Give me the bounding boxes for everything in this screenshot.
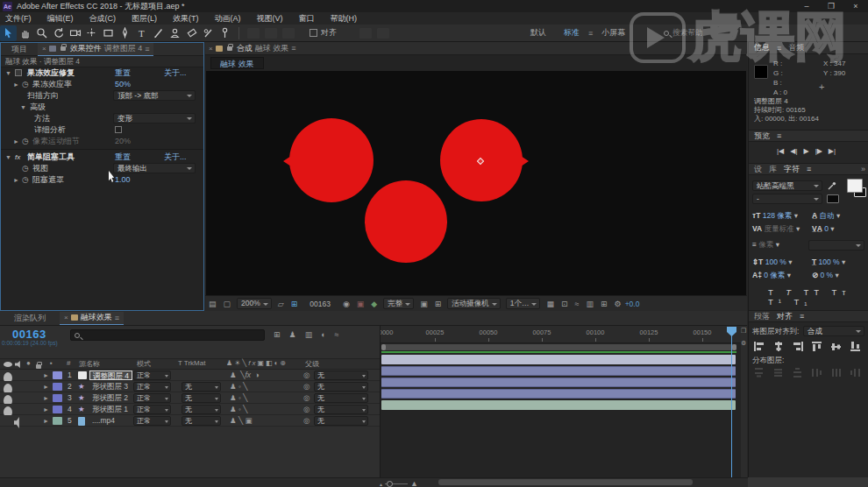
panel-menu-icon[interactable]: ≡ — [145, 45, 149, 53]
rotate-tool[interactable] — [50, 25, 67, 41]
parent-pickwhip-icon[interactable]: ◎ — [303, 370, 309, 381]
workspace-small-screen[interactable]: 小屏幕 — [601, 27, 625, 39]
align-top-icon[interactable] — [812, 342, 822, 351]
layer-color-swatch[interactable] — [53, 394, 62, 402]
pen-tool[interactable] — [117, 25, 133, 41]
roto-brush-tool[interactable] — [200, 25, 217, 41]
kerning-value[interactable]: 度量标准 — [765, 224, 794, 233]
font-family-dropdown[interactable]: 站酷高端黑 — [752, 180, 822, 191]
brush-tool[interactable] — [150, 25, 167, 41]
panel-menu-icon[interactable]: ≡ — [777, 131, 781, 140]
align-to-dropdown[interactable]: 合成 — [803, 326, 864, 336]
blend-mode-dropdown[interactable]: 正常 — [133, 405, 171, 414]
red-ball-1[interactable] — [289, 118, 374, 202]
leading-value[interactable]: 自动 — [820, 211, 835, 220]
pixel-aspect-icon[interactable]: ⊡ — [561, 300, 568, 308]
property-value[interactable]: 50% — [115, 79, 131, 90]
blend-mode-dropdown[interactable]: 正常 — [133, 371, 171, 380]
vertical-scale-value[interactable]: 100 % — [765, 258, 786, 266]
layer-bar-1[interactable] — [381, 355, 736, 364]
region-of-interest-icon[interactable]: ▣ — [420, 300, 428, 308]
parent-dropdown[interactable]: 无 — [314, 371, 368, 380]
all-caps-button[interactable]: TT — [804, 287, 824, 297]
parent-pickwhip-icon[interactable]: ◎ — [303, 392, 309, 404]
horizontal-scale-value[interactable]: 100 % — [819, 258, 840, 266]
distribute-vcenter-icon[interactable] — [773, 368, 784, 378]
color-management-icon[interactable]: ◆ — [371, 300, 377, 308]
tab-info[interactable]: 信息 — [754, 42, 770, 53]
parent-pickwhip-icon[interactable]: ◎ — [303, 381, 309, 392]
type-tool[interactable]: T — [133, 25, 150, 41]
workspace-menu-icon[interactable]: ≡ — [588, 29, 593, 38]
timeline-horizontal-scrollbar[interactable] — [438, 479, 693, 485]
zoom-slider-track[interactable] — [385, 483, 408, 484]
tab-character[interactable]: 字符 — [784, 164, 800, 175]
eyedropper-icon[interactable] — [827, 180, 837, 191]
layer-row-1[interactable]: ► 1 调整图层 4 正常 ♟ ╲fx ◑ ◎ 无 — [0, 370, 380, 381]
exposure-gear-icon[interactable]: ⚙ — [615, 300, 622, 308]
layer-expand-icon[interactable]: ► — [43, 381, 49, 392]
timeline-track-area[interactable]: 00000 00025 00050 00075 00100 00125 0015… — [380, 326, 747, 477]
camera-dropdown[interactable]: 活动摄像机 — [447, 298, 501, 309]
view-options-icon[interactable]: ▦ — [546, 300, 554, 308]
layer-name[interactable]: ....mp4 — [89, 416, 117, 426]
layer-bar-3[interactable] — [381, 378, 736, 387]
show-channels-icon[interactable]: ▣ — [357, 300, 365, 308]
panel-menu-icon[interactable]: ≡ — [777, 44, 781, 53]
maximize-button[interactable]: ❐ — [819, 0, 843, 12]
tab-project[interactable]: 项目 — [1, 44, 38, 55]
panel-menu-icon[interactable]: ≡ — [115, 314, 119, 322]
clone-stamp-tool[interactable] — [167, 25, 183, 41]
parent-dropdown[interactable]: 无 — [314, 416, 368, 426]
tab-close-icon[interactable]: × — [42, 45, 46, 53]
collapse-icon[interactable]: ▼ — [5, 152, 11, 163]
parent-dropdown[interactable]: 无 — [314, 405, 368, 414]
group-advanced[interactable]: ▼ 高级 — [1, 102, 203, 113]
reset-link[interactable]: 重置 — [115, 67, 131, 79]
layer-expand-icon[interactable]: ► — [43, 370, 49, 381]
small-caps-button[interactable]: Tᴛ — [831, 287, 850, 297]
menu-animation[interactable]: 动画(A) — [215, 13, 241, 25]
help-search[interactable]: 搜索帮助 — [664, 28, 702, 39]
motion-blur-icon[interactable]: ◐ — [321, 330, 325, 339]
layer-color-swatch[interactable] — [53, 371, 62, 379]
trkmat-dropdown[interactable]: 无 — [181, 416, 221, 426]
tab-overflow-icon[interactable]: » — [861, 165, 865, 173]
baseline-shift-value[interactable]: 0 像素 — [764, 271, 785, 279]
parent-dropdown[interactable]: 无 — [314, 382, 368, 392]
effect-header-rolling-shutter[interactable]: ▼ 果冻效应修复 重置 关于... — [1, 67, 203, 79]
layer-bar-5[interactable] — [381, 400, 736, 410]
exposure-value[interactable]: +0.0 — [625, 300, 640, 308]
menu-effect[interactable]: 效果(T) — [173, 13, 199, 25]
menu-edit[interactable]: 编辑(E) — [47, 13, 74, 25]
viewer-subtab[interactable]: 融球 效果 — [210, 57, 264, 69]
tsume-value[interactable]: 0 % — [821, 271, 834, 279]
time-ruler[interactable]: 00000 00025 00050 00075 00100 00125 0015… — [381, 326, 747, 343]
red-ball-3[interactable] — [365, 180, 447, 263]
playhead-line[interactable] — [731, 335, 732, 477]
menu-file[interactable]: 文件(F) — [5, 13, 32, 25]
graph-editor-icon[interactable]: ≈ — [335, 330, 339, 339]
zoom-out-icon[interactable]: ▴ — [380, 481, 382, 487]
mode-column[interactable]: 模式 — [137, 359, 151, 369]
layer-row-3[interactable]: ► 3 ★ 形状图层 2 正常 无 ♟ ◦ ╲ ◎ 无 — [0, 392, 380, 404]
layer-name[interactable]: 形状图层 3 — [89, 382, 131, 392]
about-link[interactable]: 关于... — [164, 67, 187, 79]
superscript-button[interactable]: T¹ — [768, 297, 786, 307]
tracking-value[interactable]: 0 — [824, 224, 829, 233]
trkmat-column[interactable]: T TrkMat — [178, 359, 205, 367]
pan-behind-tool[interactable] — [83, 25, 100, 41]
previous-frame-button[interactable]: ◀| — [790, 147, 797, 155]
zoom-slider-knob[interactable] — [387, 481, 393, 487]
viewer-timecode[interactable]: 00163 — [309, 300, 331, 308]
distribute-left-icon[interactable] — [812, 368, 822, 378]
tab-close-icon[interactable]: × — [209, 45, 213, 53]
workspace-standard[interactable]: 标准 — [564, 27, 580, 39]
blend-mode-dropdown[interactable]: 正常 — [133, 382, 171, 392]
fill-color-swatch[interactable] — [847, 179, 863, 193]
magnification-dropdown[interactable]: 200% — [237, 298, 272, 309]
parent-column[interactable]: 父级 — [305, 359, 319, 369]
layer-switches[interactable]: ♟ ◦ ╲ — [230, 381, 247, 392]
panel-menu-icon[interactable]: ≡ — [291, 44, 295, 53]
trkmat-dropdown[interactable]: 无 — [181, 405, 221, 414]
